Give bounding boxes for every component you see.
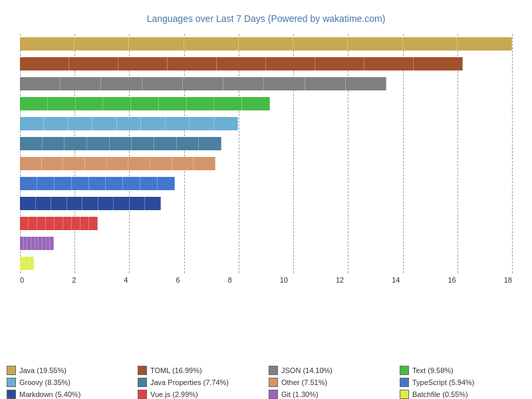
x-axis-label: 10 [280, 276, 288, 284]
legend-label: Other (7.51%) [281, 378, 327, 386]
x-axis-label: 14 [392, 276, 400, 284]
bars-container [20, 34, 512, 273]
chart-title: Languages over Last 7 Days (Powered by w… [20, 13, 512, 24]
legend-label: TOML (16.99%) [150, 366, 202, 374]
legend-label: Java (19.55%) [19, 366, 66, 374]
x-axis-label: 18 [504, 276, 512, 284]
legend-color-box [269, 390, 278, 399]
x-axis-label: 16 [448, 276, 456, 284]
legend-label: Java Properties (7.74%) [150, 378, 229, 386]
legend-item: Batchfile (0.55%) [400, 390, 525, 399]
bar-row [20, 216, 512, 231]
legend-item: TOML (16.99%) [138, 366, 263, 375]
legend-item: Java (19.55%) [7, 366, 132, 375]
x-axis-label: 6 [176, 276, 180, 284]
bar [20, 117, 238, 130]
bar-row [20, 76, 512, 91]
legend-color-box [269, 366, 278, 375]
grid-line [512, 34, 513, 273]
legend-label: Batchfile (0.55%) [412, 390, 468, 398]
bar [20, 257, 34, 270]
chart-container: Languages over Last 7 Days (Powered by w… [0, 0, 532, 399]
bar [20, 137, 221, 150]
chart-area: 024681012141618 [20, 34, 512, 287]
legend-item: Markdown (5.40%) [7, 390, 132, 399]
bar-row [20, 236, 512, 251]
bar-row [20, 156, 512, 171]
bar-row [20, 136, 512, 151]
legend-label: TypeScript (5.94%) [412, 378, 475, 386]
bar-row [20, 196, 512, 211]
legend-label: Groovy (8.35%) [19, 378, 70, 386]
bar-row [20, 116, 512, 131]
legend-label: JSON (14.10%) [281, 366, 332, 374]
bar-row [20, 176, 512, 191]
legend-label: Text (9.58%) [412, 366, 454, 374]
legend-color-box [7, 378, 16, 387]
bar [20, 177, 175, 190]
legend-item: Git (1.30%) [269, 390, 394, 399]
bar-row [20, 37, 512, 51]
legend-color-box [138, 390, 147, 399]
bar [20, 77, 386, 90]
legend-item: Other (7.51%) [269, 378, 394, 387]
legend: Java (19.55%)TOML (16.99%)JSON (14.10%)T… [0, 366, 532, 399]
bar [20, 157, 215, 170]
legend-item: JSON (14.10%) [269, 366, 394, 375]
x-axis: 024681012141618 [20, 273, 512, 287]
x-axis-label: 8 [228, 276, 232, 284]
legend-color-box [138, 378, 147, 387]
legend-label: Git (1.30%) [281, 390, 319, 398]
legend-color-box [400, 366, 409, 375]
bar [20, 237, 54, 250]
x-axis-label: 2 [72, 276, 76, 284]
legend-label: Vue.js (2.99%) [150, 390, 198, 398]
x-axis-label: 4 [124, 276, 128, 284]
bar [20, 97, 270, 110]
legend-color-box [400, 378, 409, 387]
bar-row [20, 256, 512, 271]
legend-color-box [7, 366, 16, 375]
bar [20, 57, 463, 70]
x-axis-label: 0 [20, 276, 24, 284]
legend-item: TypeScript (5.94%) [400, 378, 525, 387]
legend-item: Vue.js (2.99%) [138, 390, 263, 399]
bar-row [20, 96, 512, 111]
bar-row [20, 57, 512, 71]
legend-color-box [269, 378, 278, 387]
bar [20, 217, 98, 230]
bar [20, 37, 512, 51]
legend-item: Text (9.58%) [400, 366, 525, 375]
legend-color-box [138, 366, 147, 375]
legend-label: Markdown (5.40%) [19, 390, 80, 398]
legend-item: Java Properties (7.74%) [138, 378, 263, 387]
legend-color-box [7, 390, 16, 399]
legend-item: Groovy (8.35%) [7, 378, 132, 387]
legend-color-box [400, 390, 409, 399]
x-axis-label: 12 [336, 276, 344, 284]
bar [20, 197, 161, 210]
